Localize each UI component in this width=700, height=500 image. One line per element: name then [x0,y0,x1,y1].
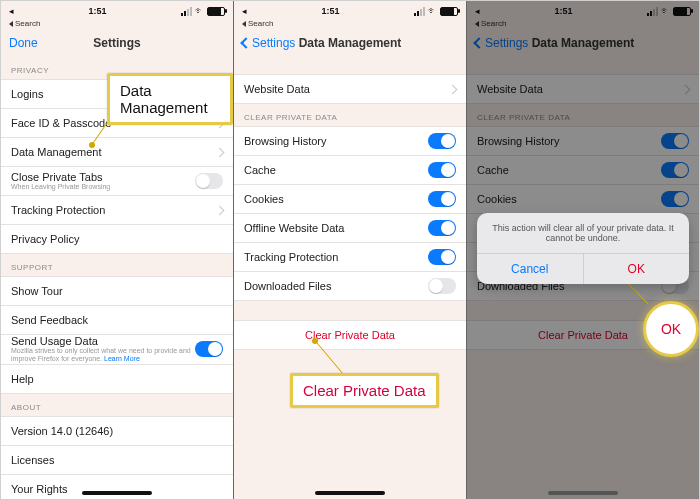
wifi-icon: ᯤ [661,6,670,16]
toggle-cookies [661,191,689,207]
back-to-search[interactable]: Search [467,19,699,30]
status-right: ᯤ [181,6,225,16]
chevron-left-icon [240,37,251,48]
toggle-history[interactable] [428,133,456,149]
toggle-cookies[interactable] [428,191,456,207]
status-bar: ◂ 1:51 ᯤ [467,1,699,19]
chevron-right-icon [215,147,225,157]
row-browsing-history[interactable]: Browsing History [234,126,466,156]
status-time: 1:51 [88,6,106,16]
dialog-message: This action will clear all of your priva… [477,213,689,253]
row-cache: Cache [467,155,699,185]
row-cookies: Cookies [467,184,699,214]
home-indicator[interactable] [548,491,618,495]
row-offline-data[interactable]: Offline Website Data [234,213,466,243]
done-button[interactable]: Done [9,36,38,50]
chevron-right-icon [448,84,458,94]
clear-private-data-button[interactable]: Clear Private Data [234,320,466,350]
section-support: Support [1,253,233,276]
back-button[interactable]: Settings [242,36,295,50]
back-to-search[interactable]: Search [1,19,233,30]
section-about: About [1,393,233,416]
signal-icon [414,7,425,16]
row-help[interactable]: Help [1,364,233,394]
page-title: Data Management [299,36,402,50]
toggle-history [661,133,689,149]
row-cache[interactable]: Cache [234,155,466,185]
notch-left: ◂ [9,6,14,16]
wifi-icon: ᯤ [428,6,437,16]
row-privacy-policy[interactable]: Privacy Policy [1,224,233,254]
row-tracking-protection[interactable]: Tracking Protection [234,242,466,272]
home-indicator[interactable] [82,491,152,495]
toggle-usage-data[interactable] [195,341,223,357]
notch-left: ◂ [242,6,247,16]
chevron-right-icon [681,84,691,94]
row-send-usage-data[interactable]: Send Usage DataMozilla strives to only c… [1,334,233,365]
row-downloaded-files[interactable]: Downloaded Files [234,271,466,301]
callout-data-management: Data Management [107,73,233,125]
row-tracking-protection[interactable]: Tracking Protection [1,195,233,225]
notch-left: ◂ [475,6,480,16]
row-cookies[interactable]: Cookies [234,184,466,214]
panel-data-management: ◂ 1:51 ᯤ Search Settings Data Management… [234,1,467,499]
back-button[interactable]: Settings [475,36,528,50]
back-to-search[interactable]: Search [234,19,466,30]
learn-more-link[interactable]: Learn More [104,355,140,362]
battery-icon [207,7,225,16]
section-clear-data: Clear Private Data [234,103,466,126]
row-send-feedback[interactable]: Send Feedback [1,305,233,335]
confirm-dialog: This action will clear all of your priva… [477,213,689,284]
row-data-management[interactable]: Data Management [1,137,233,167]
panel-confirm: ◂ 1:51 ᯤ Search Settings Data Management… [467,1,699,499]
toggle-cache [661,162,689,178]
callout-clear-data: Clear Private Data [290,373,439,408]
panel-settings: ◂ 1:51 ᯤ Search Done Settings Privacy Lo… [1,1,234,499]
signal-icon [181,7,192,16]
row-licenses[interactable]: Licenses [1,445,233,475]
battery-icon [673,7,691,16]
toggle-tracking[interactable] [428,249,456,265]
toggle-cache[interactable] [428,162,456,178]
row-version: Version 14.0 (12646) [1,416,233,446]
ok-button[interactable]: OK [583,254,690,284]
row-website-data[interactable]: Website Data [234,74,466,104]
row-show-tour[interactable]: Show Tour [1,276,233,306]
page-title: Data Management [532,36,635,50]
navbar: Settings Data Management [234,30,466,56]
navbar: Done Settings [1,30,233,56]
toggle-offline[interactable] [428,220,456,236]
signal-icon [647,7,658,16]
callout-ok: OK [643,301,699,357]
chevron-left-icon [473,37,484,48]
page-title: Settings [93,36,140,50]
status-time: 1:51 [554,6,572,16]
row-your-rights[interactable]: Your Rights [1,474,233,499]
status-bar: ◂ 1:51 ᯤ [1,1,233,19]
wifi-icon: ᯤ [195,6,204,16]
row-browsing-history: Browsing History [467,126,699,156]
row-website-data: Website Data [467,74,699,104]
status-time: 1:51 [321,6,339,16]
toggle-close-tabs[interactable] [195,173,223,189]
battery-icon [440,7,458,16]
toggle-downloads[interactable] [428,278,456,294]
navbar: Settings Data Management [467,30,699,56]
status-bar: ◂ 1:51 ᯤ [234,1,466,19]
section-clear-data: Clear Private Data [467,103,699,126]
home-indicator[interactable] [315,491,385,495]
chevron-right-icon [215,205,225,215]
row-close-private-tabs[interactable]: Close Private TabsWhen Leaving Private B… [1,166,233,196]
cancel-button[interactable]: Cancel [477,254,583,284]
